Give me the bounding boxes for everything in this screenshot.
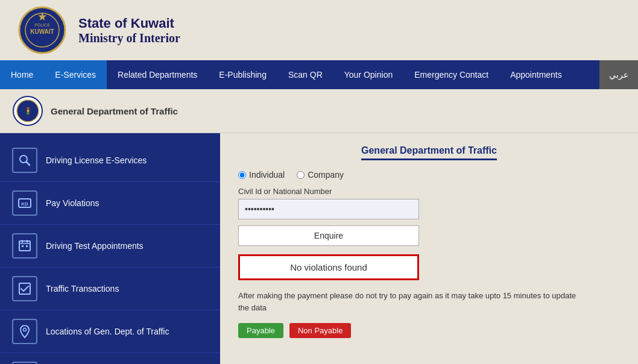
conditions-icon: PDF <box>12 362 37 364</box>
radio-group: Individual Company <box>238 170 620 180</box>
sidebar-label-locations: Locations of Gen. Dept. of Traffic <box>46 327 169 336</box>
svg-rect-14 <box>22 245 24 247</box>
sidebar-item-conditions[interactable]: PDF Conditions to Obtain Driving License… <box>0 353 220 364</box>
nav-home[interactable]: Home <box>0 60 44 89</box>
department-header: 🚦 General Department of Traffic <box>0 89 638 133</box>
dept-name: General Department of Traffic <box>51 106 178 116</box>
header-line1: State of Kuwait <box>78 16 180 31</box>
nav-appointments[interactable]: Appointments <box>499 60 573 89</box>
civil-id-label: Civil Id or National Number <box>238 187 620 196</box>
badge-row: Payable Non Payable <box>238 323 620 338</box>
svg-text:🚦: 🚦 <box>24 106 33 115</box>
page-header: KUWAIT POLICE State of Kuwait Ministry o… <box>0 0 638 60</box>
nav-scan-qr[interactable]: Scan QR <box>277 60 333 89</box>
main-navbar: Home E-Services Related Departments E-Pu… <box>0 60 638 89</box>
pay-violations-icon: KD <box>12 190 37 216</box>
sidebar-label-driving-license: Driving License E-Services <box>46 155 147 165</box>
nav-your-opinion[interactable]: Your Opinion <box>333 60 403 89</box>
svg-text:POLICE: POLICE <box>34 23 50 27</box>
radio-individual-label[interactable]: Individual <box>238 170 285 180</box>
panel-title-bar: General Department of Traffic <box>238 145 620 160</box>
driving-test-icon <box>12 233 37 259</box>
svg-line-9 <box>27 162 30 166</box>
nav-emergency-contact[interactable]: Emergency Contact <box>403 60 499 89</box>
ministry-logo: KUWAIT POLICE <box>18 6 66 54</box>
dept-logo: 🚦 <box>12 95 43 127</box>
nav-related-departments[interactable]: Related Departments <box>107 60 208 89</box>
sidebar-label-traffic-transactions: Traffic Transactions <box>46 284 119 293</box>
header-line2: Ministry of Interior <box>78 31 180 45</box>
header-title: State of Kuwait Ministry of Interior <box>78 16 180 45</box>
payable-badge[interactable]: Payable <box>238 323 283 338</box>
civil-id-input[interactable] <box>238 199 419 219</box>
svg-text:KUWAIT: KUWAIT <box>30 28 54 35</box>
right-panel: General Department of Traffic Individual… <box>220 133 638 364</box>
svg-point-19 <box>24 328 27 331</box>
panel-title: General Department of Traffic <box>361 145 497 160</box>
locations-icon <box>12 319 37 344</box>
nav-e-services[interactable]: E-Services <box>44 60 107 89</box>
nav-e-publishing[interactable]: E-Publishing <box>208 60 277 89</box>
sidebar-label-pay-violations: Pay Violations <box>46 198 99 208</box>
enquire-button[interactable]: Enquire <box>238 225 419 246</box>
sidebar-item-pay-violations[interactable]: KD Pay Violations <box>0 182 220 225</box>
sidebar-label-driving-test: Driving Test Appointments <box>46 241 144 251</box>
nav-arabic[interactable]: عربي <box>599 60 638 89</box>
sidebar: Driving License E-Services KD Pay Violat… <box>0 133 220 364</box>
driving-license-icon <box>12 148 37 173</box>
sidebar-item-locations[interactable]: Locations of Gen. Dept. of Traffic <box>0 310 220 353</box>
notice-text: After making the payment please do not t… <box>238 290 588 313</box>
svg-rect-15 <box>26 245 28 247</box>
radio-company-label[interactable]: Company <box>297 170 344 180</box>
main-content: Driving License E-Services KD Pay Violat… <box>0 133 638 364</box>
svg-rect-12 <box>19 241 30 251</box>
svg-text:KD: KD <box>21 201 28 207</box>
non-payable-badge[interactable]: Non Payable <box>289 323 351 338</box>
sidebar-item-traffic-transactions[interactable]: Traffic Transactions <box>0 268 220 310</box>
radio-individual[interactable] <box>238 171 246 179</box>
traffic-transactions-icon <box>12 276 37 301</box>
result-box: No violations found <box>238 254 419 280</box>
radio-company[interactable] <box>297 171 305 179</box>
sidebar-item-driving-license[interactable]: Driving License E-Services <box>0 139 220 182</box>
sidebar-item-driving-test[interactable]: Driving Test Appointments <box>0 225 220 268</box>
